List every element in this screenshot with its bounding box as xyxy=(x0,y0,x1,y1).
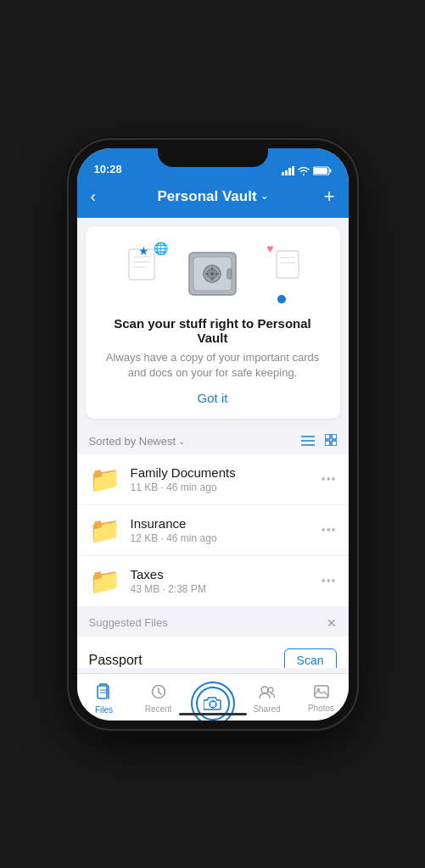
svg-rect-1 xyxy=(285,170,288,175)
scan-button-passport[interactable]: Scan xyxy=(284,648,337,668)
svg-rect-2 xyxy=(288,168,291,175)
banner-illustration: ★ 🌐 xyxy=(99,240,327,308)
file-info: Insurance 12 KB · 46 min ago xyxy=(131,516,311,544)
suggested-file-name: Passport xyxy=(89,653,143,668)
sort-chevron-icon: ⌄ xyxy=(178,437,185,446)
tab-files[interactable]: Files xyxy=(77,680,131,715)
suggested-label: Suggested Files xyxy=(89,616,168,629)
app-header: ‹ Personal Vault ⌄ + xyxy=(77,179,349,218)
scroll-content: ★ 🌐 xyxy=(77,218,349,668)
camera-inner xyxy=(196,687,230,721)
file-more-button[interactable]: ••• xyxy=(322,523,337,537)
table-row[interactable]: 📁 Insurance 12 KB · 46 min ago ••• xyxy=(77,505,349,556)
file-list: 📁 Family Documents 11 KB · 46 min ago ••… xyxy=(77,454,349,606)
recent-icon xyxy=(151,684,166,703)
svg-rect-30 xyxy=(332,441,337,446)
folder-icon: 📁 xyxy=(89,515,120,545)
suggested-close-button[interactable]: ✕ xyxy=(327,616,337,630)
phone-frame: 10:28 xyxy=(69,140,357,729)
tab-files-label: Files xyxy=(95,705,113,715)
circle-icon xyxy=(277,295,286,303)
svg-rect-21 xyxy=(277,251,299,278)
tab-photos-label: Photos xyxy=(308,704,334,713)
notch xyxy=(158,148,268,167)
sort-bar: Sorted by Newest ⌄ xyxy=(77,427,349,454)
doc-right-icon xyxy=(276,250,299,279)
camera-icon xyxy=(204,696,222,711)
svg-rect-5 xyxy=(314,168,327,174)
safe-container: ★ 🌐 xyxy=(120,240,306,308)
file-info: Taxes 43 MB · 2:38 PM xyxy=(131,567,311,595)
back-button[interactable]: ‹ xyxy=(91,186,116,206)
file-name: Taxes xyxy=(131,567,311,581)
grid-view-button[interactable] xyxy=(325,434,337,449)
svg-rect-29 xyxy=(325,441,330,446)
home-indicator xyxy=(179,713,247,715)
header-title: Personal Vault ⌄ xyxy=(157,188,267,205)
svg-point-45 xyxy=(317,688,320,691)
star-icon: ★ xyxy=(138,244,149,258)
file-info: Family Documents 11 KB · 46 min ago xyxy=(131,465,311,493)
battery-icon xyxy=(313,166,332,175)
svg-rect-28 xyxy=(332,434,337,439)
sort-view-icons xyxy=(301,434,337,449)
tab-recent-label: Recent xyxy=(145,704,172,714)
svg-rect-3 xyxy=(292,166,294,175)
suggested-header: Suggested Files ✕ xyxy=(77,606,349,637)
tab-shared[interactable]: Shared xyxy=(240,681,294,714)
heart-icon: ♥ xyxy=(266,242,273,255)
svg-point-42 xyxy=(261,687,268,693)
svg-point-15 xyxy=(210,272,214,275)
tab-shared-label: Shared xyxy=(253,704,280,714)
tab-recent[interactable]: Recent xyxy=(131,681,186,714)
safe-icon xyxy=(185,248,240,299)
list-view-button[interactable] xyxy=(301,434,315,449)
file-name: Insurance xyxy=(131,516,311,531)
add-button[interactable]: + xyxy=(309,186,334,208)
file-meta: 12 KB · 46 min ago xyxy=(131,532,311,544)
table-row[interactable]: 📁 Family Documents 11 KB · 46 min ago ••… xyxy=(77,454,349,505)
list-item: Passport Scan xyxy=(77,637,349,668)
svg-rect-27 xyxy=(325,434,330,439)
shared-icon xyxy=(259,684,276,703)
sort-label-text: Sorted by Newest xyxy=(89,435,176,448)
wifi-icon xyxy=(298,166,310,175)
tab-photos[interactable]: Photos xyxy=(294,682,349,713)
table-row[interactable]: 📁 Taxes 43 MB · 2:38 PM ••• xyxy=(77,556,349,606)
banner-desc: Always have a copy of your important car… xyxy=(99,350,327,381)
got-it-button[interactable]: Got it xyxy=(99,391,327,405)
svg-rect-0 xyxy=(282,172,284,175)
files-icon xyxy=(97,683,112,704)
file-name: Family Documents xyxy=(131,465,311,480)
file-more-button[interactable]: ••• xyxy=(322,472,337,486)
photos-icon xyxy=(314,685,329,702)
file-more-button[interactable]: ••• xyxy=(322,574,337,587)
folder-icon: 📁 xyxy=(89,566,120,596)
svg-line-36 xyxy=(159,692,161,694)
signal-icon xyxy=(282,166,294,175)
header-title-text: Personal Vault xyxy=(157,188,256,205)
banner-card: ★ 🌐 xyxy=(86,226,340,419)
title-chevron[interactable]: ⌄ xyxy=(260,191,268,202)
phone-screen: 10:28 xyxy=(77,148,349,721)
sort-label[interactable]: Sorted by Newest ⌄ xyxy=(89,435,186,448)
file-meta: 43 MB · 2:38 PM xyxy=(131,583,311,595)
file-meta: 11 KB · 46 min ago xyxy=(131,481,311,493)
folder-icon: 📁 xyxy=(89,465,120,494)
globe-icon: 🌐 xyxy=(154,242,168,255)
svg-rect-20 xyxy=(227,269,232,279)
svg-point-43 xyxy=(268,687,273,693)
status-icons xyxy=(282,166,332,175)
svg-rect-6 xyxy=(329,169,331,172)
status-time: 10:28 xyxy=(94,163,122,175)
banner-title: Scan your stuff right to Personal Vault xyxy=(99,316,327,345)
